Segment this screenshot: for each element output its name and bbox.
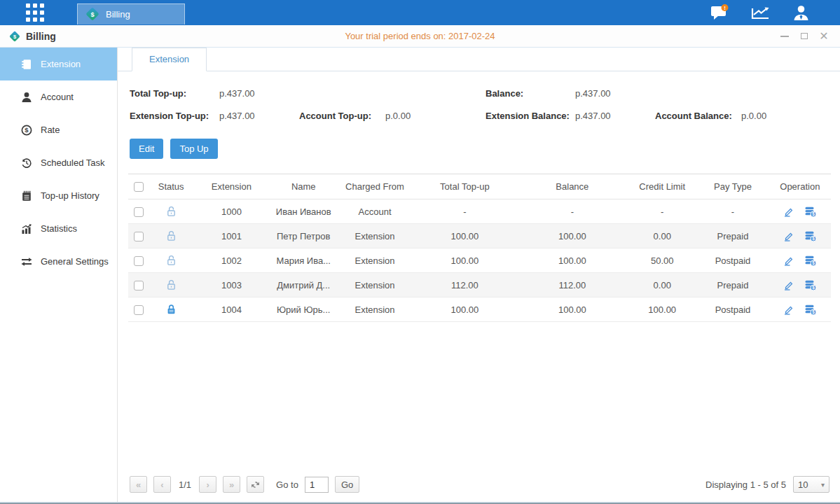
sidebar-item-statistics[interactable]: Statistics — [0, 212, 117, 245]
extension-topup-label: Extension Top-up: — [130, 111, 219, 121]
topup-history-ledger-icon — [21, 190, 32, 202]
edit-icon[interactable] — [783, 255, 794, 267]
billing-app-icon: $ — [85, 6, 100, 22]
lock-open-icon — [166, 230, 177, 241]
edit-icon[interactable] — [783, 230, 794, 242]
row-checkbox[interactable] — [134, 305, 144, 315]
total-topup-cell: 100.00 — [413, 248, 516, 273]
sidebar-item-label: Rate — [41, 125, 60, 135]
table-row[interactable]: 1004Юрий Юрь...Extension100.00100.00100.… — [128, 298, 831, 322]
total-topup-label: Total Top-up: — [130, 88, 219, 99]
sidebar-item-account[interactable]: Account — [0, 80, 117, 113]
header-operation: Operation — [769, 174, 831, 200]
row-checkbox[interactable] — [134, 232, 144, 241]
charged-from-cell: Extension — [337, 224, 413, 248]
close-button[interactable]: ✕ — [819, 31, 829, 41]
charged-from-cell: Account — [337, 200, 413, 224]
svg-text:$: $ — [813, 285, 815, 290]
notifications-chat-icon[interactable]: ! — [710, 4, 729, 22]
sidebar-item-topup-history[interactable]: Top-up History — [0, 179, 117, 212]
refresh-button[interactable] — [247, 476, 264, 493]
edit-icon[interactable] — [783, 279, 794, 291]
first-page-button[interactable]: « — [130, 476, 147, 493]
sidebar-item-extension[interactable]: Extension — [0, 48, 117, 80]
goto-label: Go to — [276, 479, 298, 490]
grid-icon — [26, 4, 44, 22]
rate-dollar-icon: $ — [21, 125, 32, 136]
account-person-icon — [21, 92, 32, 103]
extension-book-icon — [21, 59, 32, 70]
extension-status-icon[interactable] — [166, 206, 177, 217]
topup-coins-icon[interactable]: $ — [804, 304, 817, 316]
name-cell: Петр Петров — [270, 224, 337, 248]
top-up-button[interactable]: Top Up — [170, 139, 217, 159]
maximize-button[interactable] — [799, 31, 809, 41]
topup-coins-icon[interactable]: $ — [804, 255, 817, 267]
pay-type-cell: Prepaid — [696, 224, 769, 248]
user-account-icon[interactable] — [792, 4, 811, 22]
close-icon: ✕ — [819, 31, 828, 42]
sidebar-item-general-settings[interactable]: General Settings — [0, 245, 117, 278]
header-pay-type: Pay Type — [696, 174, 769, 200]
account-topup-value: p.0.00 — [385, 111, 411, 121]
account-balance-value: p.0.00 — [741, 111, 766, 121]
extension-cell: 1002 — [193, 248, 270, 273]
extension-balance-label: Extension Balance: — [486, 111, 575, 121]
topup-coins-icon[interactable]: $ — [804, 230, 817, 242]
svg-text:$: $ — [813, 236, 815, 241]
header-extension: Extension — [193, 174, 270, 200]
tab-strip: Extension — [118, 48, 840, 71]
goto-page-input[interactable] — [305, 477, 329, 493]
extension-status-icon[interactable] — [166, 255, 177, 266]
topup-coins-icon[interactable]: $ — [804, 279, 817, 291]
billing-title-icon: $ — [8, 30, 21, 43]
pay-type-cell: Prepaid — [696, 273, 769, 298]
sidebar-item-scheduled-task[interactable]: Scheduled Task — [0, 146, 117, 179]
sidebar-item-rate[interactable]: $ Rate — [0, 113, 117, 146]
table-row[interactable]: 1002Мария Ива...Extension100.00100.0050.… — [128, 248, 831, 273]
row-checkbox[interactable] — [134, 207, 144, 217]
name-cell: Мария Ива... — [270, 248, 337, 273]
table-row[interactable]: 1000Иван ИвановAccount----$ — [128, 200, 831, 224]
edit-icon[interactable] — [783, 206, 794, 218]
table-row[interactable]: 1001Петр ПетровExtension100.00100.000.00… — [128, 224, 831, 248]
select-all-checkbox[interactable] — [134, 182, 144, 192]
app-window: $ Billing ! — [0, 0, 840, 504]
last-page-button[interactable]: » — [223, 476, 240, 493]
header-balance: Balance — [517, 174, 628, 200]
header-total-topup: Total Top-up — [413, 174, 516, 200]
tab-extension[interactable]: Extension — [132, 48, 207, 71]
svg-text:$: $ — [90, 11, 94, 18]
extension-status-icon[interactable] — [166, 304, 177, 315]
row-checkbox[interactable] — [134, 256, 144, 266]
topup-coins-icon[interactable]: $ — [804, 206, 817, 218]
extension-status-icon[interactable] — [166, 230, 177, 241]
lock-open-icon — [166, 279, 177, 290]
table-row[interactable]: 1003Дмитрий Д...Extension112.00112.000.0… — [128, 273, 831, 298]
total-topup-value: p.437.00 — [219, 88, 255, 99]
balance-cell: 100.00 — [517, 224, 628, 248]
extension-status-icon[interactable] — [166, 279, 177, 290]
edit-button[interactable]: Edit — [130, 139, 163, 159]
topbar-tab-billing[interactable]: $ Billing — [77, 4, 185, 24]
prev-page-button[interactable]: ‹ — [153, 476, 171, 493]
go-button[interactable]: Go — [335, 476, 359, 493]
reports-chart-icon[interactable] — [750, 4, 771, 21]
extension-cell: 1003 — [193, 273, 270, 298]
charged-from-cell: Extension — [337, 273, 413, 298]
app-launcher-grid-icon[interactable] — [25, 3, 45, 22]
edit-icon[interactable] — [783, 304, 794, 316]
topbar: $ Billing ! — [0, 0, 840, 25]
sidebar-item-label: Extension — [41, 59, 81, 69]
page-size-select[interactable]: 10 ▾ — [793, 476, 829, 493]
titlebar: $ Billing Your trial period ends on: 201… — [0, 25, 840, 48]
window-controls: ✕ — [780, 31, 829, 41]
topbar-tab-label: Billing — [106, 9, 130, 20]
minimize-button[interactable] — [780, 31, 790, 41]
credit-limit-cell: - — [628, 200, 696, 224]
pay-type-cell: - — [696, 200, 769, 224]
extension-cell: 1001 — [193, 224, 270, 248]
row-checkbox[interactable] — [134, 281, 144, 290]
next-page-button[interactable]: › — [199, 476, 216, 493]
pagination-bar: « ‹ 1/1 › » Go to Go — [128, 469, 831, 502]
